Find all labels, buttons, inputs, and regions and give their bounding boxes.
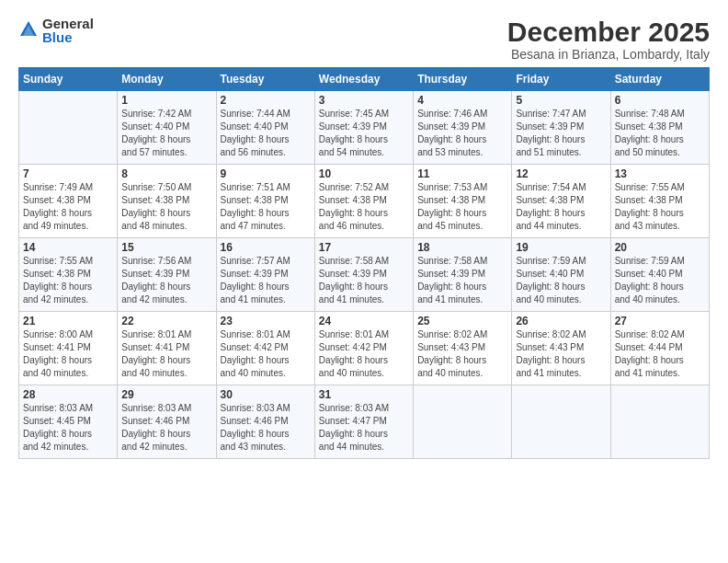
- day-cell: 15Sunrise: 7:56 AMSunset: 4:39 PMDayligh…: [118, 238, 216, 312]
- day-info: Sunrise: 7:50 AMSunset: 4:38 PMDaylight:…: [121, 181, 211, 233]
- day-number: 21: [23, 315, 113, 327]
- day-cell: 4Sunrise: 7:46 AMSunset: 4:39 PMDaylight…: [414, 91, 512, 165]
- week-row-4: 21Sunrise: 8:00 AMSunset: 4:41 PMDayligh…: [19, 312, 710, 385]
- week-row-1: 1Sunrise: 7:42 AMSunset: 4:40 PMDaylight…: [19, 91, 710, 165]
- day-number: 28: [23, 388, 113, 401]
- day-number: 10: [319, 167, 409, 180]
- day-cell: 26Sunrise: 8:02 AMSunset: 4:43 PMDayligh…: [512, 312, 610, 385]
- col-monday: Monday: [118, 68, 216, 91]
- day-info: Sunrise: 7:56 AMSunset: 4:39 PMDaylight:…: [121, 255, 211, 306]
- calendar-body: 1Sunrise: 7:42 AMSunset: 4:40 PMDaylight…: [19, 91, 710, 459]
- day-info: Sunrise: 7:46 AMSunset: 4:39 PMDaylight:…: [417, 108, 507, 159]
- day-info: Sunrise: 8:02 AMSunset: 4:43 PMDaylight:…: [516, 328, 606, 380]
- day-info: Sunrise: 8:03 AMSunset: 4:45 PMDaylight:…: [23, 402, 113, 454]
- day-cell: 31Sunrise: 8:03 AMSunset: 4:47 PMDayligh…: [314, 385, 413, 459]
- day-cell: 21Sunrise: 8:00 AMSunset: 4:41 PMDayligh…: [19, 312, 118, 385]
- day-number: 30: [221, 388, 311, 401]
- day-number: 3: [319, 94, 409, 107]
- month-title: December 2025: [507, 17, 710, 47]
- day-info: Sunrise: 7:54 AMSunset: 4:38 PMDaylight:…: [516, 181, 606, 233]
- day-cell: [610, 385, 709, 459]
- day-info: Sunrise: 7:42 AMSunset: 4:40 PMDaylight:…: [121, 108, 211, 159]
- day-info: Sunrise: 8:01 AMSunset: 4:42 PMDaylight:…: [221, 328, 311, 380]
- day-info: Sunrise: 8:02 AMSunset: 4:44 PMDaylight:…: [615, 328, 705, 380]
- col-sunday: Sunday: [19, 68, 118, 91]
- day-number: 16: [221, 241, 311, 254]
- day-number: 25: [417, 315, 507, 327]
- day-number: 12: [516, 167, 606, 180]
- day-cell: 16Sunrise: 7:57 AMSunset: 4:39 PMDayligh…: [216, 238, 314, 312]
- day-cell: [414, 385, 512, 459]
- day-number: 6: [615, 94, 705, 107]
- day-cell: 30Sunrise: 8:03 AMSunset: 4:46 PMDayligh…: [216, 385, 314, 459]
- day-number: 20: [615, 241, 705, 254]
- day-cell: 10Sunrise: 7:52 AMSunset: 4:38 PMDayligh…: [314, 165, 413, 238]
- day-info: Sunrise: 7:45 AMSunset: 4:39 PMDaylight:…: [319, 108, 409, 159]
- day-cell: 23Sunrise: 8:01 AMSunset: 4:42 PMDayligh…: [216, 312, 314, 385]
- day-cell: 8Sunrise: 7:50 AMSunset: 4:38 PMDaylight…: [118, 165, 216, 238]
- day-cell: 6Sunrise: 7:48 AMSunset: 4:38 PMDaylight…: [610, 91, 709, 165]
- day-info: Sunrise: 7:44 AMSunset: 4:40 PMDaylight:…: [221, 108, 311, 159]
- page: General Blue December 2025 Besana in Bri…: [0, 0, 728, 563]
- location: Besana in Brianza, Lombardy, Italy: [507, 47, 710, 62]
- day-number: 31: [319, 388, 409, 401]
- day-number: 13: [615, 167, 705, 180]
- week-row-5: 28Sunrise: 8:03 AMSunset: 4:45 PMDayligh…: [19, 385, 710, 459]
- calendar-header: Sunday Monday Tuesday Wednesday Thursday…: [19, 68, 710, 91]
- day-cell: 2Sunrise: 7:44 AMSunset: 4:40 PMDaylight…: [216, 91, 314, 165]
- day-cell: [512, 385, 610, 459]
- logo-blue: Blue: [42, 30, 94, 44]
- day-number: 4: [417, 94, 507, 107]
- day-cell: 17Sunrise: 7:58 AMSunset: 4:39 PMDayligh…: [314, 238, 413, 312]
- day-info: Sunrise: 8:02 AMSunset: 4:43 PMDaylight:…: [417, 328, 507, 380]
- col-wednesday: Wednesday: [314, 68, 413, 91]
- day-cell: 27Sunrise: 8:02 AMSunset: 4:44 PMDayligh…: [610, 312, 709, 385]
- day-cell: 24Sunrise: 8:01 AMSunset: 4:42 PMDayligh…: [314, 312, 413, 385]
- day-info: Sunrise: 8:03 AMSunset: 4:46 PMDaylight:…: [121, 402, 211, 454]
- day-info: Sunrise: 8:01 AMSunset: 4:42 PMDaylight:…: [319, 328, 409, 380]
- day-number: 23: [221, 315, 311, 327]
- day-info: Sunrise: 7:59 AMSunset: 4:40 PMDaylight:…: [516, 255, 606, 306]
- day-cell: 1Sunrise: 7:42 AMSunset: 4:40 PMDaylight…: [118, 91, 216, 165]
- day-info: Sunrise: 7:52 AMSunset: 4:38 PMDaylight:…: [319, 181, 409, 233]
- day-cell: 11Sunrise: 7:53 AMSunset: 4:38 PMDayligh…: [414, 165, 512, 238]
- day-number: 9: [221, 167, 311, 180]
- day-info: Sunrise: 8:00 AMSunset: 4:41 PMDaylight:…: [23, 328, 113, 380]
- col-saturday: Saturday: [610, 68, 709, 91]
- col-thursday: Thursday: [414, 68, 512, 91]
- week-row-2: 7Sunrise: 7:49 AMSunset: 4:38 PMDaylight…: [19, 165, 710, 238]
- day-number: 17: [319, 241, 409, 254]
- logo-text: General Blue: [42, 17, 94, 44]
- day-info: Sunrise: 7:55 AMSunset: 4:38 PMDaylight:…: [23, 255, 113, 306]
- day-info: Sunrise: 8:03 AMSunset: 4:46 PMDaylight:…: [221, 402, 311, 454]
- day-number: 14: [23, 241, 113, 254]
- day-cell: [19, 91, 118, 165]
- day-info: Sunrise: 7:57 AMSunset: 4:39 PMDaylight:…: [221, 255, 311, 306]
- header-row: Sunday Monday Tuesday Wednesday Thursday…: [19, 68, 710, 91]
- day-cell: 20Sunrise: 7:59 AMSunset: 4:40 PMDayligh…: [610, 238, 709, 312]
- logo: General Blue: [18, 17, 94, 44]
- day-info: Sunrise: 7:59 AMSunset: 4:40 PMDaylight:…: [615, 255, 705, 306]
- day-cell: 22Sunrise: 8:01 AMSunset: 4:41 PMDayligh…: [118, 312, 216, 385]
- day-number: 24: [319, 315, 409, 327]
- day-cell: 29Sunrise: 8:03 AMSunset: 4:46 PMDayligh…: [118, 385, 216, 459]
- day-number: 15: [121, 241, 211, 254]
- logo-general: General: [42, 17, 94, 30]
- day-number: 29: [121, 388, 211, 401]
- title-area: December 2025 Besana in Brianza, Lombard…: [507, 17, 710, 62]
- day-info: Sunrise: 8:03 AMSunset: 4:47 PMDaylight:…: [319, 402, 409, 454]
- day-cell: 18Sunrise: 7:58 AMSunset: 4:39 PMDayligh…: [414, 238, 512, 312]
- day-info: Sunrise: 7:47 AMSunset: 4:39 PMDaylight:…: [516, 108, 606, 159]
- day-cell: 3Sunrise: 7:45 AMSunset: 4:39 PMDaylight…: [314, 91, 413, 165]
- day-cell: 9Sunrise: 7:51 AMSunset: 4:38 PMDaylight…: [216, 165, 314, 238]
- day-number: 7: [23, 167, 113, 180]
- day-info: Sunrise: 7:58 AMSunset: 4:39 PMDaylight:…: [319, 255, 409, 306]
- day-number: 26: [516, 315, 606, 327]
- col-friday: Friday: [512, 68, 610, 91]
- day-cell: 12Sunrise: 7:54 AMSunset: 4:38 PMDayligh…: [512, 165, 610, 238]
- day-number: 18: [417, 241, 507, 254]
- day-cell: 28Sunrise: 8:03 AMSunset: 4:45 PMDayligh…: [19, 385, 118, 459]
- day-cell: 7Sunrise: 7:49 AMSunset: 4:38 PMDaylight…: [19, 165, 118, 238]
- day-info: Sunrise: 7:51 AMSunset: 4:38 PMDaylight:…: [221, 181, 311, 233]
- day-info: Sunrise: 7:53 AMSunset: 4:38 PMDaylight:…: [417, 181, 507, 233]
